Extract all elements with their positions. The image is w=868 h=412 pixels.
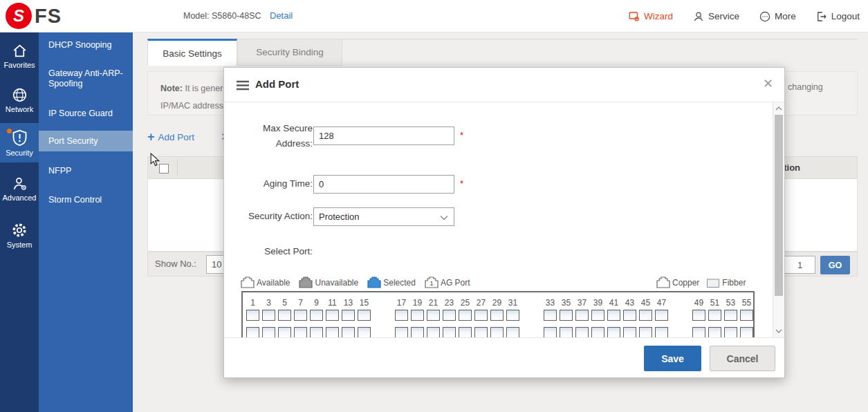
security-action-select[interactable]: Protection — [313, 207, 454, 226]
port-45[interactable] — [639, 310, 652, 321]
sidebar-item-favorites[interactable]: Favorites — [0, 37, 39, 75]
tab-basic-settings[interactable]: Basic Settings — [147, 39, 237, 66]
port-19[interactable] — [411, 310, 424, 321]
add-port-label: Add Port — [158, 132, 195, 142]
user-gear-icon — [0, 175, 39, 192]
port-53[interactable] — [724, 310, 737, 321]
service-nav-item[interactable]: Service — [692, 10, 739, 23]
close-icon[interactable]: ✕ — [763, 76, 773, 91]
submenu-item-storm-control[interactable]: Storm Control — [39, 195, 133, 205]
port-cell[interactable] — [740, 327, 753, 337]
port-49[interactable] — [692, 310, 705, 321]
port-cell[interactable] — [544, 327, 557, 337]
model-value: S5860-48SC — [212, 11, 261, 21]
aging-time-input[interactable] — [313, 175, 454, 194]
go-button[interactable]: GO — [820, 256, 850, 274]
port-25[interactable] — [459, 310, 472, 321]
port-cell[interactable] — [708, 327, 721, 337]
submenu-item-dhcp-snooping[interactable]: DHCP Snooping — [39, 40, 133, 50]
port-cell[interactable] — [459, 327, 472, 337]
port-11[interactable] — [326, 310, 339, 321]
port-37[interactable] — [575, 310, 589, 321]
port-number: 13 — [342, 298, 355, 308]
port-1[interactable] — [246, 310, 259, 321]
port-15[interactable] — [358, 310, 371, 321]
page-number-input[interactable] — [784, 256, 815, 274]
scrollbar-thumb[interactable] — [775, 115, 783, 296]
submenu-item-nfpp[interactable]: NFPP — [39, 166, 133, 176]
more-nav-item[interactable]: More — [759, 10, 796, 23]
port-cell[interactable] — [474, 327, 488, 337]
legend-unavailable: Unavailable — [299, 277, 358, 288]
select-all-checkbox[interactable] — [159, 164, 169, 174]
port-27[interactable] — [474, 310, 488, 321]
note-line2: IP/MAC address — [160, 97, 223, 115]
sidebar-item-system[interactable]: System — [0, 216, 39, 254]
port-cell[interactable] — [310, 327, 323, 337]
note-bold: Note: — [160, 84, 183, 93]
port-cell[interactable] — [607, 327, 620, 337]
port-cell[interactable] — [395, 327, 408, 337]
port-39[interactable] — [591, 310, 604, 321]
legend-selected: Selected — [367, 277, 416, 288]
port-17[interactable] — [395, 310, 408, 321]
port-23[interactable] — [443, 310, 456, 321]
port-7[interactable] — [294, 310, 307, 321]
submenu-item-port-security[interactable]: Port Security — [39, 131, 133, 151]
tab-security-binding[interactable]: Security Binding — [237, 39, 342, 66]
port-cell[interactable] — [326, 327, 339, 337]
cancel-button[interactable]: Cancel — [710, 346, 775, 371]
security-action-value: Protection — [319, 212, 360, 222]
port-5[interactable] — [278, 310, 291, 321]
port-9[interactable] — [310, 310, 323, 321]
sidebar-item-network[interactable]: Network — [0, 81, 39, 120]
port-31[interactable] — [506, 310, 519, 321]
sidebar-item-security[interactable]: Security — [0, 123, 39, 162]
port-35[interactable] — [560, 310, 573, 321]
port-41[interactable] — [607, 310, 620, 321]
submenu-item-gateway-anti-arp-spoofing[interactable]: Gateway Anti-ARP-Spoofing — [39, 68, 133, 89]
submenu-item-ip-source-guard[interactable]: IP Source Guard — [39, 109, 133, 119]
port-cell[interactable] — [623, 327, 636, 337]
save-button[interactable]: Save — [644, 346, 701, 371]
port-number: 41 — [607, 298, 620, 308]
port-cell[interactable] — [591, 327, 604, 337]
logout-label: Logout — [831, 11, 860, 21]
port-3[interactable] — [262, 310, 275, 321]
port-55[interactable] — [740, 310, 753, 321]
port-cell[interactable] — [639, 327, 652, 337]
port-cell[interactable] — [575, 327, 589, 337]
max-secure-address-input[interactable] — [313, 127, 454, 145]
port-cell[interactable] — [342, 327, 355, 337]
port-cell[interactable] — [246, 327, 259, 337]
port-cell[interactable] — [278, 327, 291, 337]
port-13[interactable] — [342, 310, 355, 321]
port-cell[interactable] — [411, 327, 424, 337]
detail-link[interactable]: Detail — [270, 10, 293, 21]
port-51[interactable] — [708, 310, 721, 321]
port-cell[interactable] — [506, 327, 519, 337]
modal-header[interactable]: Add Port ✕ — [224, 68, 784, 102]
port-cell[interactable] — [443, 327, 456, 337]
port-cell[interactable] — [490, 327, 504, 337]
logout-nav-item[interactable]: Logout — [815, 10, 860, 23]
wizard-nav-item[interactable]: Wizard — [628, 10, 673, 23]
scroll-up-arrow[interactable] — [773, 103, 784, 114]
port-29[interactable] — [490, 310, 504, 321]
port-cell[interactable] — [692, 327, 705, 337]
add-port-button[interactable]: + Add Port — [147, 132, 194, 142]
scroll-down-arrow[interactable] — [773, 326, 784, 337]
port-47[interactable] — [655, 310, 668, 321]
port-cell[interactable] — [655, 327, 668, 337]
sidebar-item-advanced[interactable]: Advanced — [0, 169, 39, 208]
port-cell[interactable] — [427, 327, 440, 337]
port-cell[interactable] — [358, 327, 371, 337]
port-43[interactable] — [623, 310, 636, 321]
sidebar-item-label: Security — [0, 149, 39, 157]
port-21[interactable] — [427, 310, 440, 321]
port-33[interactable] — [544, 310, 557, 321]
port-cell[interactable] — [724, 327, 737, 337]
port-cell[interactable] — [294, 327, 307, 337]
port-cell[interactable] — [262, 327, 275, 337]
port-cell[interactable] — [560, 327, 573, 337]
